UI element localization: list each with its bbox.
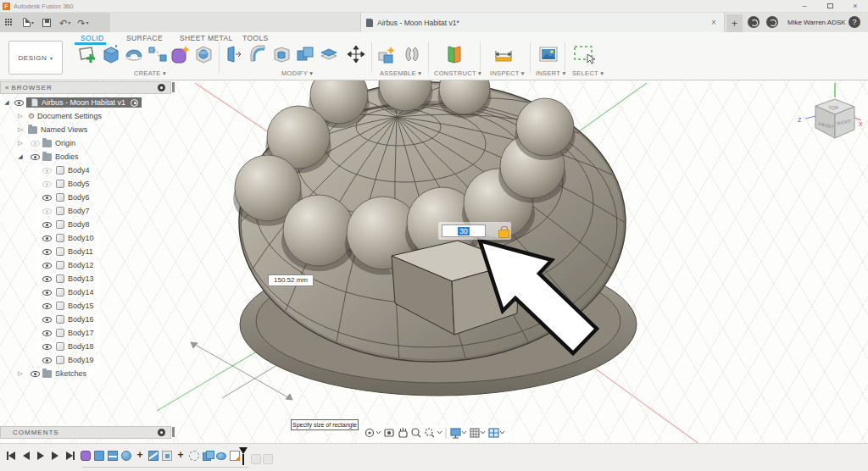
visibility-eye-icon[interactable] [31, 154, 40, 160]
size-input[interactable]: 30 [442, 224, 486, 237]
tree-item-body[interactable]: Body5 [2, 177, 180, 191]
new-tab-button[interactable]: + [726, 14, 743, 32]
tree-item-sketches[interactable]: ▷ Sketches [2, 367, 180, 380]
create-sketch-icon[interactable] [76, 44, 97, 64]
new-component-icon[interactable] [376, 44, 398, 66]
view-cube[interactable]: TOP FRONT RIGHT Z X [798, 83, 863, 138]
joint-icon[interactable] [402, 44, 422, 64]
tree-item-body[interactable]: Body14 [2, 285, 180, 299]
expand-icon[interactable]: ◢ [2, 99, 12, 106]
job-status-icon[interactable] [766, 16, 778, 28]
group-label-construct[interactable]: CONSTRUCT ▾ [434, 69, 481, 77]
fillet-icon[interactable] [248, 44, 268, 64]
browser-scrollbar[interactable] [172, 82, 175, 92]
visibility-eye-icon[interactable] [42, 344, 52, 350]
visibility-eye-icon[interactable] [42, 303, 52, 309]
visibility-eye-icon[interactable] [14, 100, 24, 106]
help-icon[interactable]: ? [849, 16, 860, 28]
offset-face-icon[interactable] [319, 44, 339, 64]
close-button[interactable]: × [843, 0, 868, 13]
feature-move-icon[interactable]: + [135, 451, 145, 461]
expand-icon[interactable]: ▷ [15, 126, 25, 133]
comments-scrollbar[interactable] [172, 427, 175, 437]
tree-item-body[interactable]: Body4 [2, 163, 180, 177]
group-label-assemble[interactable]: ASSEMBLE ▾ [380, 69, 421, 77]
feature-pattern-icon[interactable] [189, 451, 199, 461]
viewports-caret-icon[interactable] [500, 431, 504, 434]
tree-item-body[interactable]: Body10 [2, 231, 180, 245]
visibility-eye-icon[interactable] [42, 168, 52, 174]
orbit-icon[interactable] [366, 429, 374, 437]
zoom-caret-icon[interactable] [437, 431, 442, 434]
redo-button[interactable]: ↷▾ [77, 19, 88, 27]
visibility-eye-icon[interactable] [31, 371, 40, 377]
step-forward-icon[interactable] [52, 452, 58, 460]
expand-icon[interactable]: ▷ [15, 140, 25, 147]
feature-sphere-icon[interactable] [121, 451, 131, 461]
viewcube-top-face[interactable]: TOP [828, 105, 839, 111]
activate-component-icon[interactable] [131, 99, 138, 107]
tab-surface[interactable]: SURFACE [126, 34, 163, 42]
tree-item-body[interactable]: Body8 [2, 218, 180, 231]
expand-icon[interactable]: ▷ [15, 370, 25, 377]
visibility-eye-icon[interactable] [42, 181, 52, 187]
extensions-icon[interactable] [748, 16, 760, 28]
tree-item-body[interactable]: Body11 [2, 245, 180, 258]
tab-solid[interactable]: SOLID [81, 34, 104, 42]
skip-to-start-icon[interactable] [7, 452, 15, 460]
lock-icon[interactable] [498, 226, 508, 236]
grid-caret-icon[interactable] [481, 431, 485, 434]
press-pull-icon[interactable] [224, 44, 244, 64]
tree-item-origin[interactable]: ▷ Origin [2, 136, 180, 150]
save-button[interactable] [42, 19, 51, 27]
feature-split-body-icon[interactable] [148, 451, 159, 461]
file-menu-button[interactable]: ▾ [23, 18, 34, 27]
tree-item-bodies[interactable]: ◢ Bodies [2, 150, 180, 163]
orbit-caret-icon[interactable] [376, 431, 381, 434]
tree-root-row[interactable]: ◢ Airbus - Moon Habitat v1 [2, 96, 180, 109]
workspace-selector[interactable]: DESIGN ▾ [8, 41, 63, 75]
grid-settings-icon[interactable] [470, 429, 479, 437]
minimize-button[interactable]: – [792, 0, 817, 13]
feature-box-icon[interactable] [94, 451, 104, 461]
tree-item-body[interactable]: Body15 [2, 299, 180, 313]
tab-sheet-metal[interactable]: SHEET METAL [180, 34, 233, 42]
skip-to-end-icon[interactable] [66, 452, 75, 460]
collapse-panel-icon[interactable]: « [5, 84, 8, 91]
browser-panel-header[interactable]: « BROWSER [0, 81, 171, 94]
visibility-eye-icon[interactable] [42, 263, 52, 269]
feature-split-face-icon[interactable] [108, 451, 118, 461]
extrude-icon[interactable] [100, 44, 120, 64]
zoom-window-icon[interactable] [426, 429, 434, 437]
visibility-eye-icon[interactable] [42, 249, 52, 255]
tab-tools[interactable]: TOOLS [242, 34, 269, 42]
shell-icon[interactable] [271, 44, 292, 64]
tree-item-body[interactable]: Body6 [2, 191, 180, 204]
visibility-eye-icon[interactable] [42, 290, 52, 296]
zoom-icon[interactable] [412, 429, 420, 437]
maximize-button[interactable] [817, 0, 843, 13]
feature-rolled-back-icon[interactable] [251, 454, 261, 464]
group-label-select[interactable]: SELECT ▾ [572, 69, 604, 77]
display-caret-icon[interactable] [462, 431, 466, 434]
group-label-insert[interactable]: INSERT ▾ [536, 69, 565, 77]
group-label-modify[interactable]: MODIFY ▾ [281, 69, 313, 77]
revolve-icon[interactable] [124, 44, 144, 64]
move-icon[interactable] [346, 44, 366, 64]
tree-item-body[interactable]: Body16 [2, 313, 180, 326]
tree-item-named-views[interactable]: ▷ Named Views [2, 123, 180, 136]
expand-icon[interactable]: ▷ [15, 113, 25, 119]
combine-icon[interactable] [295, 44, 315, 64]
sweep-icon[interactable] [147, 44, 168, 64]
visibility-eye-icon[interactable] [42, 317, 52, 323]
document-tab[interactable]: Airbus - Moon Habitat v1* × [360, 13, 725, 32]
visibility-eye-icon[interactable] [42, 330, 52, 336]
comments-panel-header[interactable]: COMMENTS [0, 426, 171, 439]
visibility-eye-icon[interactable] [42, 222, 52, 228]
tree-item-body[interactable]: Body18 [2, 340, 180, 353]
tree-item-body[interactable]: Body13 [2, 272, 180, 285]
feature-sphere-icon[interactable] [216, 452, 226, 460]
look-at-icon[interactable] [385, 429, 393, 436]
user-account-button[interactable]: Mike Warren ADSK [787, 19, 846, 26]
group-label-create[interactable]: CREATE ▾ [134, 69, 166, 77]
